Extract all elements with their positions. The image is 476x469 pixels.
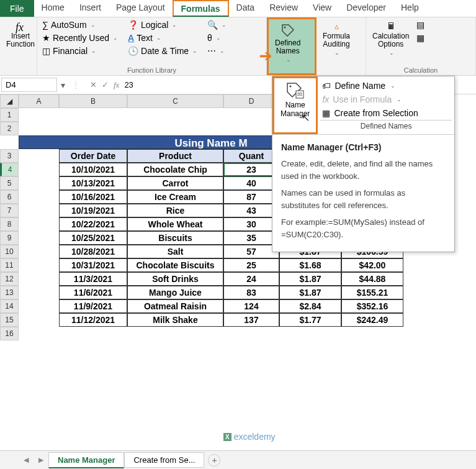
recently-used-button[interactable]: ★Recently Used⌄ [40, 32, 120, 44]
row-4[interactable]: 4 [0, 163, 19, 176]
table-cell[interactable]: 11/12/2021 [59, 313, 127, 327]
col-c[interactable]: C [127, 94, 223, 108]
row-1[interactable]: 1 [0, 108, 19, 122]
lookup-button[interactable]: 🔍⌄ [205, 19, 229, 31]
table-cell[interactable]: 30 [223, 217, 279, 231]
table-cell[interactable]: 137 [223, 313, 279, 327]
row-15[interactable]: 15 [0, 313, 19, 327]
tab-nav-prev[interactable]: ◀ [19, 456, 34, 464]
logical-button[interactable]: ❓Logical⌄ [125, 19, 200, 31]
row-8[interactable]: 8 [0, 217, 19, 231]
row-13[interactable]: 13 [0, 286, 19, 299]
table-cell[interactable]: Salt [127, 245, 223, 258]
col-d[interactable]: D [223, 94, 279, 108]
text-button[interactable]: AText⌄ [125, 32, 200, 44]
table-cell[interactable]: 11/6/2021 [59, 286, 127, 299]
tab-home[interactable]: Home [34, 0, 72, 17]
table-cell[interactable]: 24 [223, 272, 279, 286]
tab-developer[interactable]: Developer [339, 0, 393, 17]
row-11[interactable]: 11 [0, 258, 19, 272]
define-name-item[interactable]: 🏷Define Name⌄ [320, 79, 452, 93]
calc-sheet-button[interactable]: ▦ [414, 32, 427, 44]
table-cell[interactable]: $42.00 [341, 258, 403, 272]
tab-view[interactable]: View [305, 0, 339, 17]
row-3[interactable]: 3 [0, 149, 19, 163]
table-cell[interactable]: 124 [223, 299, 279, 313]
table-cell[interactable]: $1.87 [279, 286, 341, 299]
table-cell[interactable]: $1.68 [279, 258, 341, 272]
row-9[interactable]: 9 [0, 231, 19, 245]
table-cell[interactable]: 10/10/2021 [59, 163, 127, 176]
table-cell[interactable]: Rice [127, 204, 223, 217]
table-cell[interactable]: 10/16/2021 [59, 190, 127, 204]
table-cell[interactable]: $44.88 [341, 272, 403, 286]
table-cell[interactable]: 10/31/2021 [59, 258, 127, 272]
table-cell[interactable]: 10/13/2021 [59, 176, 127, 190]
more-button[interactable]: ⋯⌄ [205, 45, 229, 57]
table-cell[interactable]: Whole Wheat [127, 217, 223, 231]
row-14[interactable]: 14 [0, 299, 19, 313]
table-cell[interactable]: Soft Drinks [127, 272, 223, 286]
tab-help[interactable]: Help [393, 0, 426, 17]
defined-names-button[interactable]: Defined Names ⌄ [271, 20, 304, 65]
table-cell[interactable]: $155.21 [341, 286, 403, 299]
tab-insert[interactable]: Insert [72, 0, 109, 17]
sheet-tab-create-from-selection[interactable]: Create from Se... [124, 452, 204, 468]
name-manager-button[interactable]: Name Manager ↖ [272, 76, 318, 134]
namebox-dropdown[interactable]: ▾ [58, 80, 68, 90]
tab-data[interactable]: Data [229, 0, 263, 17]
row-16[interactable]: 16 [0, 327, 19, 340]
formula-auditing-button[interactable]: ▵ Formula Auditing ⌄ [319, 19, 354, 58]
table-cell[interactable]: $2.84 [279, 299, 341, 313]
table-cell[interactable]: Chocolate Chip [127, 163, 223, 176]
tab-formulas[interactable]: Formulas [173, 0, 229, 17]
table-cell[interactable]: 10/22/2021 [59, 217, 127, 231]
col-a[interactable]: A [19, 94, 59, 108]
table-cell[interactable]: 40 [223, 176, 279, 190]
table-cell[interactable]: 87 [223, 190, 279, 204]
row-5[interactable]: 5 [0, 176, 19, 190]
table-cell[interactable]: $352.16 [341, 299, 403, 313]
table-cell[interactable]: Chocolate Biscuits [127, 258, 223, 272]
table-cell[interactable]: 35 [223, 231, 279, 245]
table-cell[interactable]: 10/28/2021 [59, 245, 127, 258]
table-cell[interactable]: $1.87 [279, 272, 341, 286]
row-10[interactable]: 10 [0, 245, 19, 258]
enter-icon[interactable]: ✓ [102, 80, 109, 89]
table-cell[interactable]: 11/3/2021 [59, 272, 127, 286]
select-all[interactable]: ◢ [0, 94, 19, 108]
table-cell[interactable]: 25 [223, 258, 279, 272]
table-cell[interactable]: Ice Cream [127, 190, 223, 204]
table-cell[interactable]: Biscuits [127, 231, 223, 245]
table-cell[interactable]: 10/19/2021 [59, 204, 127, 217]
fx-icon[interactable]: fx [114, 80, 119, 90]
table-cell[interactable]: 43 [223, 204, 279, 217]
name-box[interactable] [1, 78, 57, 92]
table-cell[interactable]: 57 [223, 245, 279, 258]
row-2[interactable]: 2 [0, 122, 19, 135]
table-cell[interactable]: Carrot [127, 176, 223, 190]
table-cell[interactable]: 10/25/2021 [59, 231, 127, 245]
table-cell[interactable]: $242.49 [341, 313, 403, 327]
tab-file[interactable]: File [0, 0, 34, 17]
col-b[interactable]: B [59, 94, 127, 108]
table-cell[interactable]: Mango Juice [127, 286, 223, 299]
insert-function-button[interactable]: fx Insert Function [2, 19, 38, 51]
date-time-button[interactable]: 🕓Date & Time⌄ [125, 45, 200, 57]
sheet-tab-name-manager[interactable]: Name Manager [48, 452, 124, 468]
table-cell[interactable]: $1.77 [279, 313, 341, 327]
table-cell[interactable]: Milk Shake [127, 313, 223, 327]
table-cell[interactable]: Oatmeal Raisin [127, 299, 223, 313]
cancel-icon[interactable]: ✕ [90, 80, 97, 89]
formula-value[interactable]: 23 [124, 80, 133, 89]
row-7[interactable]: 7 [0, 204, 19, 217]
create-from-selection-item[interactable]: ▦Create from Selection [320, 106, 452, 120]
tab-page-layout[interactable]: Page Layout [109, 0, 173, 17]
row-12[interactable]: 12 [0, 272, 19, 286]
math-button[interactable]: θ⌄ [205, 32, 229, 44]
financial-button[interactable]: ◫Financial⌄ [40, 45, 120, 57]
calculation-options-button[interactable]: 🖩 Calculation Options ⌄ [369, 19, 413, 58]
row-6[interactable]: 6 [0, 190, 19, 204]
autosum-button[interactable]: ∑AutoSum⌄ [40, 19, 120, 31]
calc-now-button[interactable]: ▤ [414, 19, 427, 31]
